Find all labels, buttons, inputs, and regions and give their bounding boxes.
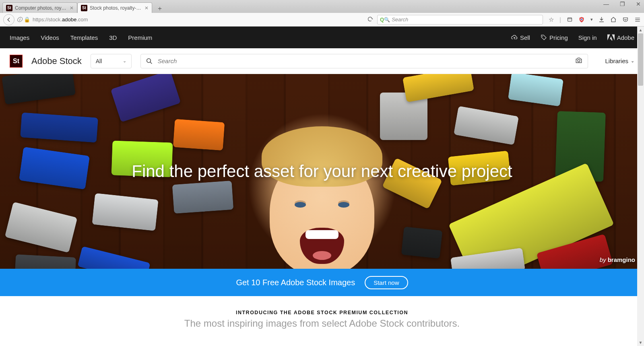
favicon-icon: St — [6, 5, 12, 11]
new-tab-button[interactable]: ＋ — [155, 4, 165, 13]
tab-1[interactable]: St Stock photos, royalty-free im… ✕ — [77, 2, 152, 13]
search-placeholder: Search — [392, 16, 408, 23]
maximize-icon[interactable]: ❐ — [618, 1, 626, 7]
adobe-logo-icon — [607, 34, 615, 41]
hero: Find the perfect asset for your next cre… — [0, 74, 644, 269]
brand-text: Adobe Stock — [31, 56, 82, 66]
promo-strip: Get 10 Free Adobe Stock Images Start now — [0, 269, 644, 296]
topnav-left: Images Videos Templates 3D Premium — [10, 34, 152, 41]
nav-pricing[interactable]: Pricing — [541, 34, 568, 41]
site-search-input[interactable] — [158, 58, 570, 64]
toy-car — [402, 74, 474, 102]
brand-badge[interactable]: St — [10, 55, 23, 68]
toy-car — [92, 193, 158, 231]
address-bar: ⓘ 🔒 https://stock.adobe.com Q🔍 Search ☆ … — [0, 13, 644, 27]
tab-strip: St Computer photos, royalty-fr… ✕ St Sto… — [0, 0, 165, 13]
window-controls: — ❐ ✕ — [602, 1, 642, 7]
toy-car — [15, 254, 76, 269]
tab-0[interactable]: St Computer photos, royalty-fr… ✕ — [2, 2, 77, 13]
home-icon[interactable] — [610, 16, 617, 23]
promo-cta-button[interactable]: Start now — [365, 276, 408, 289]
libraries-dropdown[interactable]: Libraries ⌄ — [605, 58, 634, 64]
page-scrollbar[interactable]: ▲ ▼ — [637, 27, 644, 346]
nav-signin[interactable]: Sign in — [578, 34, 597, 41]
svg-rect-0 — [568, 18, 572, 21]
nav-adobe[interactable]: Adobe — [607, 34, 634, 41]
pocket-icon[interactable] — [622, 16, 629, 23]
shield-icon[interactable] — [578, 16, 585, 23]
favicon-icon: St — [81, 5, 87, 11]
cloud-upload-icon — [511, 34, 518, 41]
chevron-down-icon: ⌄ — [123, 58, 126, 64]
url-display[interactable]: https://stock.adobe.com — [33, 16, 363, 23]
chevron-down-icon: ⌄ — [631, 58, 634, 64]
back-button[interactable] — [3, 14, 14, 25]
toy-car — [172, 181, 234, 214]
camera-icon[interactable] — [575, 56, 583, 66]
toy-car — [19, 147, 90, 189]
browser-toolbar-right: ☆ | ▾ — [549, 16, 641, 23]
downloads-icon[interactable] — [599, 16, 605, 23]
scroll-up-icon[interactable]: ▲ — [637, 27, 644, 33]
topnav-right: Sell Pricing Sign in Adobe — [511, 34, 634, 41]
svg-point-5 — [578, 59, 580, 62]
filter-value: All — [96, 58, 102, 64]
toy-car — [508, 74, 564, 107]
tab-title: Stock photos, royalty-free im… — [90, 5, 142, 11]
premium-sub: The most inspiring images from select Ad… — [0, 318, 644, 329]
nav-3d[interactable]: 3D — [109, 34, 117, 41]
tab-title: Computer photos, royalty-fr… — [15, 5, 67, 11]
library-icon[interactable] — [567, 16, 573, 23]
premium-kicker: Introducing the Adobe Stock Premium Coll… — [0, 310, 644, 315]
nav-premium[interactable]: Premium — [128, 34, 152, 41]
minimize-icon[interactable]: — — [602, 1, 610, 7]
nav-sell[interactable]: Sell — [511, 34, 530, 41]
svg-point-3 — [542, 36, 543, 37]
dropdown-caret-icon[interactable]: ▾ — [590, 17, 593, 22]
hero-credit[interactable]: bybramgino — [600, 256, 635, 263]
toy-car — [401, 227, 443, 259]
svg-point-2 — [581, 19, 582, 20]
menu-icon[interactable] — [634, 17, 641, 23]
reload-button[interactable] — [365, 16, 375, 23]
lock-icon: 🔒 — [24, 16, 30, 23]
info-icon: ⓘ — [17, 16, 22, 23]
browser-titlebar: St Computer photos, royalty-fr… ✕ St Sto… — [0, 0, 644, 13]
premium-section: Introducing the Adobe Stock Premium Coll… — [0, 296, 644, 329]
toy-car — [2, 74, 76, 105]
filter-dropdown[interactable]: All ⌄ — [91, 54, 132, 68]
toy-car — [173, 119, 225, 150]
search-icon[interactable] — [146, 58, 153, 65]
tab-close-icon[interactable]: ✕ — [70, 5, 74, 11]
site-topnav: Images Videos Templates 3D Premium Sell … — [0, 27, 644, 48]
tag-icon — [541, 34, 547, 41]
toy-car — [77, 246, 150, 269]
search-engine-icon: Q🔍 — [380, 16, 390, 23]
scroll-thumb[interactable] — [638, 33, 643, 86]
site-subnav: St Adobe Stock All ⌄ Libraries ⌄ — [0, 48, 644, 74]
hero-headline: Find the perfect asset for your next cre… — [132, 162, 512, 181]
nav-templates[interactable]: Templates — [70, 34, 98, 41]
toy-car — [111, 74, 181, 122]
scroll-down-icon[interactable]: ▼ — [637, 339, 644, 346]
reload-icon — [367, 16, 373, 22]
toy-car — [454, 106, 519, 145]
arrow-left-icon — [6, 17, 12, 23]
tab-close-icon[interactable]: ✕ — [144, 5, 149, 11]
nav-images[interactable]: Images — [10, 34, 29, 41]
promo-text: Get 10 Free Adobe Stock Images — [236, 278, 355, 287]
site-search — [140, 54, 588, 68]
bookmark-star-icon[interactable]: ☆ — [549, 16, 554, 23]
nav-videos[interactable]: Videos — [41, 34, 59, 41]
toy-car — [5, 202, 78, 253]
browser-search[interactable]: Q🔍 Search — [377, 15, 543, 25]
site-identity[interactable]: ⓘ 🔒 — [17, 16, 30, 23]
toy-car — [20, 112, 98, 142]
close-icon[interactable]: ✕ — [634, 1, 642, 7]
